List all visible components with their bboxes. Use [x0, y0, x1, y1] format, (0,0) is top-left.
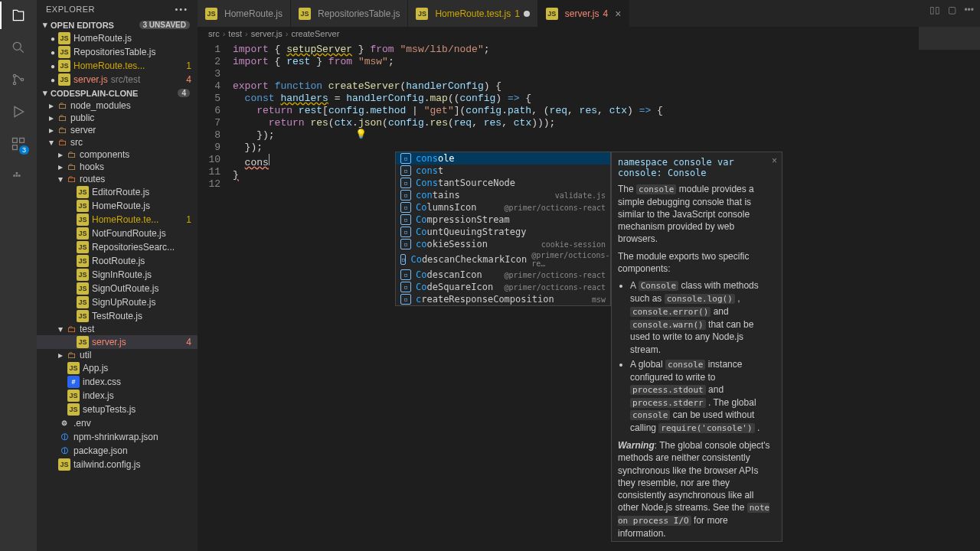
suggest-item[interactable]: ▫ CompressionStream — [396, 214, 610, 226]
tab[interactable]: JSRepositoriesTable.js — [291, 0, 408, 27]
tree-item[interactable]: #index.css — [37, 375, 198, 389]
tree-item[interactable]: ▸🗀server — [37, 124, 198, 136]
more-icon[interactable]: ••• — [964, 5, 974, 15]
tree-item-label: NotFoundRoute.js — [92, 228, 166, 239]
suggest-detail: cookie-session — [541, 240, 606, 249]
js-icon: JS — [77, 200, 89, 212]
suggest-item[interactable]: ▫ CodeSquareIcon @primer/octicons-react — [396, 281, 610, 293]
gear-icon: ⚙ — [58, 417, 70, 429]
js-icon: JS — [67, 403, 80, 416]
explorer-icon[interactable] — [9, 6, 28, 24]
search-icon[interactable] — [9, 38, 28, 57]
tab[interactable]: JSHomeRoute.test.js 1 — [408, 0, 537, 27]
tree-item-label: test — [80, 324, 94, 334]
extensions-icon[interactable]: 3 — [9, 135, 28, 153]
suggest-item[interactable]: ▫ ConstantSourceNode — [396, 177, 610, 189]
tree-item-label: TestRoute.js — [92, 311, 142, 321]
tree-item[interactable]: ▾🗀routes — [37, 173, 198, 185]
js-icon: JS — [205, 8, 217, 20]
modified-dot-icon: ● — [47, 76, 58, 84]
tree-item-label: RepositoriesSearc... — [92, 242, 175, 253]
tree-item[interactable]: ▸🗀util — [37, 349, 198, 361]
more-icon[interactable]: ••• — [175, 5, 188, 14]
tree-item[interactable]: JSRepositoriesSearc... — [37, 240, 198, 254]
suggest-widget[interactable]: ▫ console ▫ const ▫ ConstantSourceNode ▫… — [395, 152, 611, 306]
tree-item[interactable]: ▸🗀public — [37, 112, 198, 124]
suggest-item[interactable]: ▫ createResponseComposition msw — [396, 293, 610, 305]
tree-item[interactable]: JSSignUpRoute.js — [37, 295, 198, 309]
tree-item[interactable]: ⓘnpm-shrinkwrap.json — [37, 430, 198, 444]
tab[interactable]: JSHomeRoute.js — [198, 0, 291, 27]
tree-item[interactable]: JSSignInRoute.js — [37, 268, 198, 282]
breadcrumb-item[interactable]: src — [208, 29, 220, 38]
folder-icon: 🗀 — [67, 161, 77, 172]
suggest-item[interactable]: ▫ CountQueuingStrategy — [396, 226, 610, 238]
tree-item-label: SignUpRoute.js — [92, 297, 155, 308]
tree-item[interactable]: JSsetupTests.js — [37, 403, 198, 416]
tree-item[interactable]: ▸🗀hooks — [37, 161, 198, 173]
layout-icon[interactable]: ▢ — [948, 5, 956, 15]
tree-item-label: tailwind.config.js — [74, 459, 140, 470]
tree-item[interactable]: JStailwind.config.js — [37, 458, 198, 471]
suggest-item[interactable]: ▫ CodescanCheckmarkIcon @primer/octicons… — [396, 250, 610, 269]
suggest-item[interactable]: ▫ cookieSession cookie-session — [396, 238, 610, 250]
tree-item[interactable]: JSRootRoute.js — [37, 254, 198, 268]
js-icon: JS — [58, 60, 70, 72]
tree-item[interactable]: ⚙.env — [37, 416, 198, 430]
open-editors-header[interactable]: ▾OPEN EDITORS 3 UNSAVED — [37, 18, 198, 31]
suggest-item[interactable]: ▫ console — [396, 152, 610, 165]
close-icon[interactable]: × — [772, 155, 777, 166]
tree-item[interactable]: ▸🗀node_modules — [37, 99, 198, 112]
modified-dot-icon: ● — [47, 62, 58, 70]
tree-item[interactable]: ▾🗀test — [37, 323, 198, 335]
workspace-header[interactable]: ▾CODESPLAIN-CLONE 4 — [37, 86, 198, 99]
tree-item[interactable]: JSHomeRoute.js — [37, 199, 198, 213]
split-editor-icon[interactable]: ▯▯ — [929, 5, 940, 15]
open-editor-item[interactable]: ● JS HomeRoute.js — [37, 31, 198, 45]
docker-icon[interactable] — [9, 167, 28, 185]
minimap[interactable] — [919, 27, 980, 57]
breadcrumb[interactable]: src›test›server.js›createServer — [198, 27, 980, 41]
tree-item[interactable]: ▸🗀components — [37, 148, 198, 161]
tree-item[interactable]: ▾🗀src — [37, 136, 198, 148]
suggest-detail: validate.js — [555, 191, 606, 200]
tree-item[interactable]: ⓘpackage.json — [37, 444, 198, 458]
tab-label: HomeRoute.js — [224, 8, 283, 19]
breadcrumb-item[interactable]: createServer — [291, 29, 339, 38]
suggest-label: cookieSession — [416, 239, 488, 249]
folder-icon: 🗀 — [58, 100, 67, 111]
tree-item[interactable]: JSTestRoute.js — [37, 309, 198, 323]
suggest-label: CodescanCheckmarkIcon — [410, 254, 527, 265]
suggest-label: createResponseComposition — [416, 294, 554, 305]
folder-icon: 🗀 — [67, 149, 77, 160]
suggest-item[interactable]: ▫ CodescanIcon @primer/octicons-react — [396, 269, 610, 281]
open-editor-item[interactable]: ● JS HomeRoute.tes... 1 — [37, 59, 198, 73]
js-icon: JS — [299, 8, 311, 20]
tree-item[interactable]: JSEditorRoute.js — [37, 185, 198, 199]
tree-item-label: node_modules — [70, 100, 131, 111]
tree-item[interactable]: JSSignOutRoute.js — [37, 282, 198, 295]
tree-item[interactable]: JSNotFoundRoute.js — [37, 227, 198, 240]
tab[interactable]: JSserver.js 4 × — [538, 0, 630, 27]
close-icon[interactable]: × — [615, 8, 621, 20]
breadcrumb-item[interactable]: server.js — [251, 29, 283, 38]
js-icon: JS — [58, 73, 70, 86]
tree-item[interactable]: JSApp.js — [37, 361, 198, 375]
suggest-item[interactable]: ▫ contains validate.js — [396, 189, 610, 201]
debug-icon[interactable] — [9, 103, 28, 121]
tree-item[interactable]: JSindex.js — [37, 389, 198, 403]
source-control-icon[interactable] — [9, 70, 28, 89]
tree-item[interactable]: JSHomeRoute.te... 1 — [37, 213, 198, 227]
suggest-item[interactable]: ▫ ColumnsIcon @primer/octicons-react — [396, 201, 610, 214]
editor-item-label: HomeRoute.tes... — [74, 60, 145, 71]
js-icon: JS — [77, 214, 89, 226]
lightbulb-icon[interactable]: 💡 — [355, 129, 367, 139]
open-editor-item[interactable]: ● JS RepositoriesTable.js — [37, 45, 198, 59]
breadcrumb-item[interactable]: test — [228, 29, 242, 38]
open-editor-item[interactable]: ● JS server.js src/test 4 — [37, 73, 198, 86]
tree-item[interactable]: JSserver.js 4 — [37, 335, 198, 349]
symbol-icon: ▫ — [400, 214, 411, 225]
suggest-item[interactable]: ▫ const — [396, 165, 610, 177]
tree-item-label: SignOutRoute.js — [92, 283, 158, 294]
tree-item-label: EditorRoute.js — [92, 187, 149, 197]
